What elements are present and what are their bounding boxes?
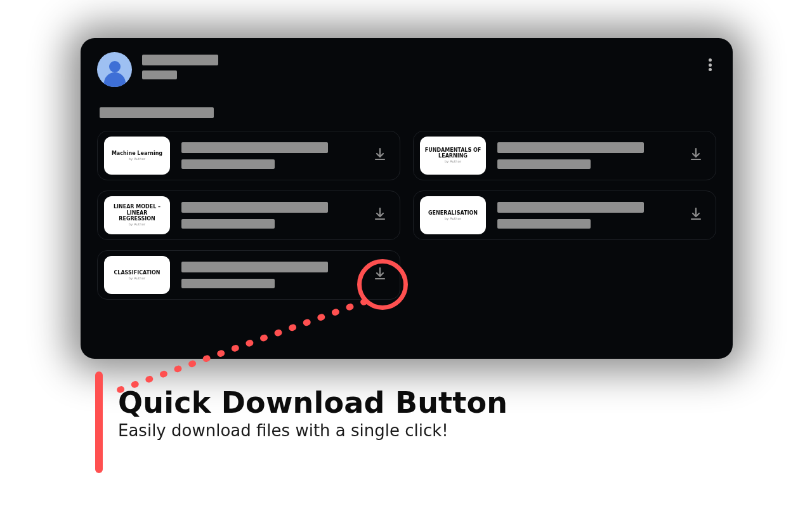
file-meta-placeholder	[181, 159, 275, 169]
file-thumbnail-title: Machine Learning	[112, 150, 162, 156]
profile-name-placeholder	[142, 55, 218, 65]
file-meta-placeholder	[497, 159, 591, 169]
download-button[interactable]	[688, 207, 704, 224]
file-thumbnail-sub: by Author	[129, 277, 145, 281]
file-text	[497, 202, 676, 229]
file-card[interactable]: FUNDAMENTALS OF LEARNING by Author	[413, 131, 716, 180]
file-text	[181, 142, 360, 169]
file-thumbnail: CLASSIFICATION by Author	[104, 256, 170, 294]
file-text	[181, 202, 360, 229]
file-thumbnail-title: GENERALISATION	[428, 210, 478, 216]
download-icon	[688, 206, 704, 224]
file-thumbnail-title: CLASSIFICATION	[114, 270, 160, 276]
callout-heading: Quick Download Button	[118, 385, 689, 420]
file-meta-placeholder	[497, 219, 591, 229]
file-title-placeholder	[181, 142, 328, 153]
file-text	[181, 262, 360, 288]
profile-meta-placeholder	[142, 70, 177, 79]
file-thumbnail: LINEAR MODEL – LINEAR REGRESSION by Auth…	[104, 196, 170, 234]
download-icon	[688, 147, 704, 164]
file-meta-placeholder	[181, 279, 275, 288]
callout: Quick Download Button Easily download fi…	[118, 385, 689, 440]
file-card[interactable]: CLASSIFICATION by Author	[97, 250, 400, 300]
file-card[interactable]: LINEAR MODEL – LINEAR REGRESSION by Auth…	[97, 190, 400, 240]
download-icon	[372, 206, 388, 224]
profile-name-block	[142, 52, 218, 79]
callout-accent-bar	[95, 371, 103, 473]
file-thumbnail-sub: by Author	[445, 217, 461, 221]
file-thumbnail-sub: by Author	[129, 157, 145, 161]
file-text	[497, 142, 676, 169]
file-title-placeholder	[181, 262, 328, 272]
file-thumbnail-title: FUNDAMENTALS OF LEARNING	[424, 147, 482, 159]
file-card[interactable]: GENERALISATION by Author	[413, 190, 716, 240]
download-button[interactable]	[688, 147, 704, 164]
profile-header	[97, 52, 716, 87]
file-thumbnail: Machine Learning by Author	[104, 137, 170, 175]
file-meta-placeholder	[181, 219, 275, 229]
file-thumbnail-title: LINEAR MODEL – LINEAR REGRESSION	[108, 204, 166, 222]
file-thumbnail: FUNDAMENTALS OF LEARNING by Author	[420, 137, 486, 175]
download-button[interactable]	[372, 207, 388, 224]
more-options-button[interactable]	[704, 57, 716, 72]
file-title-placeholder	[497, 202, 644, 213]
avatar	[97, 52, 132, 87]
download-icon	[372, 147, 388, 164]
file-thumbnail-sub: by Author	[445, 160, 461, 164]
highlight-ring	[357, 259, 408, 310]
section-heading-placeholder	[100, 107, 214, 118]
file-thumbnail: GENERALISATION by Author	[420, 196, 486, 234]
file-title-placeholder	[181, 202, 328, 213]
file-grid: Machine Learning by Author FUNDAMENTALS …	[97, 131, 716, 300]
file-title-placeholder	[497, 142, 644, 153]
file-thumbnail-sub: by Author	[129, 223, 145, 227]
download-button[interactable]	[372, 147, 388, 164]
content-panel: Machine Learning by Author FUNDAMENTALS …	[81, 38, 733, 359]
callout-sub: Easily download files with a single clic…	[118, 421, 689, 440]
file-card[interactable]: Machine Learning by Author	[97, 131, 400, 180]
